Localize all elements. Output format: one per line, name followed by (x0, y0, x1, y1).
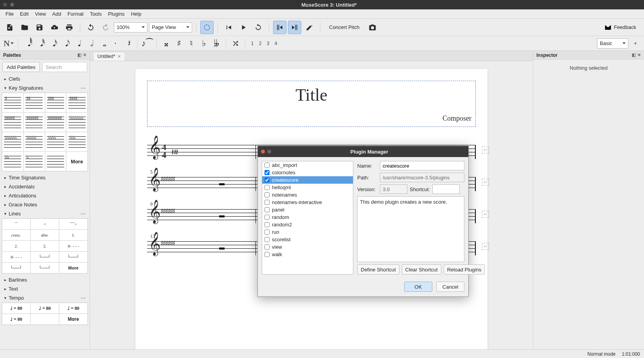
tempo-cell[interactable]: ♩ = 80 (59, 303, 88, 314)
document-tab[interactable]: Untitled* ✕ (93, 52, 125, 61)
palettes-undock-icon[interactable]: ◧ (77, 52, 81, 58)
add-palettes-button[interactable]: Add Palettes (2, 62, 40, 72)
lines-cell[interactable]: ⌒ (2, 219, 31, 230)
menu-view[interactable]: View (32, 10, 49, 18)
note-half-button[interactable]: 𝅗𝅥 (85, 38, 96, 49)
lines-cell[interactable]: 8- - - - (2, 251, 31, 262)
lines-cell[interactable]: └──┘ (59, 251, 88, 262)
new-file-button[interactable] (3, 21, 16, 34)
plugin-checkbox[interactable] (264, 252, 270, 257)
voice-4-button[interactable]: 4 (273, 41, 279, 46)
open-file-button[interactable] (18, 21, 31, 34)
plugin-row[interactable]: scorelist (262, 236, 353, 243)
dialog-close-icon[interactable] (261, 150, 265, 154)
menu-help[interactable]: Help (128, 10, 145, 18)
keysig-cell[interactable]: ♯♯♯ (45, 93, 67, 112)
lines-cell[interactable]: dim. (31, 230, 59, 240)
note-quarter-button[interactable]: 𝅘𝅥 (72, 38, 83, 49)
plugin-row[interactable]: helloqml (262, 184, 353, 191)
flip-button[interactable]: ⤭ (230, 38, 241, 49)
plugin-shortcut-field[interactable] (432, 184, 460, 194)
add-workspace-button[interactable]: + (630, 38, 641, 49)
plugin-row[interactable]: run (262, 228, 353, 236)
plugin-row[interactable]: colornotes (262, 169, 353, 176)
menu-format[interactable]: Format (64, 10, 86, 18)
plugin-checkbox[interactable] (264, 237, 270, 242)
plugin-checkbox[interactable] (264, 207, 270, 212)
tab-close-icon[interactable]: ✕ (117, 54, 121, 59)
menu-plugins[interactable]: Plugins (105, 10, 128, 18)
cancel-button[interactable]: Cancel (436, 282, 464, 292)
lines-cell[interactable]: 2. (31, 240, 59, 251)
keysig-cell[interactable]: ♭♭♭♭♭ (23, 132, 45, 152)
loop-end-button[interactable] (288, 21, 301, 34)
plugin-row[interactable]: notenames (262, 191, 353, 199)
lines-more-button[interactable]: More (59, 262, 88, 273)
note-32nd-button[interactable]: 𝅘𝅥𝅰 (35, 38, 46, 49)
plugin-row[interactable]: panel (262, 206, 353, 213)
menu-file[interactable]: File (2, 10, 17, 18)
palettes-close-icon[interactable]: ✕ (83, 52, 86, 58)
lines-cell[interactable]: └──┘ (2, 262, 31, 273)
dialog-titlebar[interactable]: Plugin Manager (258, 146, 468, 157)
keysig-cell[interactable]: ♭♭ (2, 152, 23, 171)
natural-button[interactable]: ♮ (186, 38, 197, 49)
document-composer[interactable]: Composer (151, 114, 471, 123)
concert-pitch-button[interactable]: Concert Pitch (324, 22, 364, 33)
tempo-cell[interactable] (31, 314, 59, 325)
plugin-checkbox[interactable] (264, 185, 270, 190)
rewind-button[interactable] (222, 21, 235, 34)
loop-button[interactable] (252, 21, 265, 34)
tempo-more-button[interactable]: More (59, 314, 88, 325)
palette-accidentals-header[interactable]: ▸Accidentals (0, 182, 90, 191)
plugin-checkbox[interactable] (264, 163, 270, 168)
lines-cell[interactable]: 1. (59, 230, 88, 240)
plugin-row[interactable]: createscore (262, 176, 353, 184)
palette-text-header[interactable]: ▸Text (0, 284, 90, 293)
rest-button[interactable]: 𝄽 (122, 38, 133, 49)
plugin-row[interactable]: random2 (262, 221, 353, 228)
cloud-button[interactable] (48, 21, 61, 34)
palette-gracenotes-header[interactable]: ▸Grace Notes (0, 200, 90, 209)
title-frame[interactable]: Title Composer (147, 81, 476, 127)
lines-cell[interactable]: └──┘ (31, 262, 59, 273)
tempo-cell[interactable]: ♩ = 80 (31, 303, 59, 314)
plugin-checkbox[interactable] (264, 230, 270, 235)
keysig-cell[interactable]: ♯♯♯♯♯ (2, 112, 23, 132)
plugin-checkbox[interactable] (264, 177, 270, 183)
keysig-cell[interactable]: ♯♯♯♯ (66, 93, 88, 112)
lines-cell[interactable]: 8- - - - (59, 240, 88, 251)
play-button[interactable] (237, 21, 250, 34)
voice-3-button[interactable]: 3 (265, 41, 271, 46)
view-mode-combo[interactable]: Page View (149, 22, 192, 33)
keysig-cell[interactable] (45, 152, 67, 171)
inspector-undock-icon[interactable]: ◧ (632, 52, 636, 58)
document-title[interactable]: Title (151, 85, 471, 105)
palette-timesigs-header[interactable]: ▸Time Signatures (0, 173, 90, 182)
edit-mode-button[interactable] (303, 21, 316, 34)
palette-search-input[interactable]: Search (42, 62, 87, 72)
redo-button[interactable] (99, 21, 112, 34)
plugin-row[interactable]: notenames-interactive (262, 199, 353, 206)
keysig-cell[interactable]: ♯♯ (23, 93, 45, 112)
keysig-cell[interactable]: ♭♭♭♭ (45, 132, 67, 152)
lines-cell[interactable]: < (31, 219, 59, 230)
palette-tempo-header[interactable]: ▾Tempo⋯ (0, 293, 90, 302)
ok-button[interactable]: OK (404, 282, 432, 292)
tempo-cell[interactable]: ♩ = 80 (2, 314, 31, 325)
window-min-icon[interactable] (10, 3, 14, 7)
dot-button[interactable]: · (110, 38, 121, 49)
double-flat-button[interactable]: 𝄫 (211, 38, 222, 49)
loop-start-button[interactable] (273, 21, 286, 34)
plugin-row[interactable]: walk (262, 251, 353, 258)
clear-shortcut-button[interactable]: Clear Shortcut (402, 264, 441, 275)
metronome-button[interactable] (200, 21, 214, 34)
window-close-icon[interactable] (3, 3, 7, 7)
undo-button[interactable] (84, 21, 97, 34)
keysig-cell[interactable]: ♯ (2, 93, 23, 112)
keysig-cell[interactable]: ♭♭♭ (66, 132, 88, 152)
reload-plugins-button[interactable]: Reload Plugins (444, 264, 485, 275)
palette-barlines-header[interactable]: ▸Barlines (0, 275, 90, 284)
plugin-checkbox[interactable] (264, 192, 270, 197)
lines-cell[interactable]: ￣> (59, 219, 88, 230)
